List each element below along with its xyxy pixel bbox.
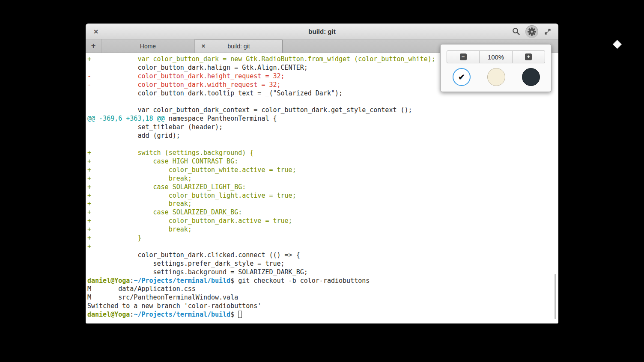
terminal-window: ✕ build: git [86, 24, 558, 324]
terminal-line: + break; [87, 226, 558, 234]
theme-high-contrast-button[interactable]: ✔ [453, 68, 471, 86]
terminal-line: M src/PantheonTerminalWindow.vala [87, 294, 558, 302]
new-tab-button[interactable]: + [86, 39, 101, 53]
check-icon: ✔ [458, 72, 465, 82]
search-icon [512, 27, 520, 36]
terminal-line: set_titlebar (header); [87, 123, 558, 132]
terminal-line: + color_button_dark.active = true; [87, 217, 558, 226]
terminal-line: + break; [87, 200, 558, 208]
gear-icon [527, 27, 537, 36]
terminal-line: + case HIGH_CONTRAST_BG: [87, 157, 558, 166]
terminal-line: settings.background = SOLARIZED_DARK_BG; [87, 268, 558, 277]
zoom-level-label: 100% [488, 53, 504, 61]
terminal-line: add (grid); [87, 132, 558, 140]
tab-home-label: Home [140, 43, 156, 50]
terminal-line: daniel@Yoga:~/Projects/terminal/build$ g… [87, 277, 558, 285]
scrollbar-thumb[interactable] [555, 274, 556, 319]
terminal-line: + color_button_white.active = true; [87, 166, 558, 175]
terminal-line: M data/Application.css [87, 285, 558, 294]
tab-close-icon[interactable]: ✕ [200, 40, 207, 53]
theme-solarized-dark-button[interactable] [522, 68, 540, 86]
terminal-line: + switch (settings.background) { [87, 149, 558, 157]
window-close-button[interactable]: ✕ [91, 24, 101, 39]
terminal-line: color_button_dark.clicked.connect (() =>… [87, 251, 558, 260]
terminal-line: + case SOLARIZED_DARK_BG: [87, 208, 558, 217]
zoom-in-icon: + [525, 53, 532, 60]
terminal-line: var color_button_dark_context = color_bu… [87, 106, 558, 115]
terminal-line: Switched to a new branch 'color-radiobut… [87, 302, 558, 311]
window-title: build: git [86, 28, 558, 35]
tab-build-git[interactable]: ✕ build: git [195, 39, 283, 53]
terminal-output[interactable]: + var color_button_dark = new Gtk.RadioB… [86, 53, 558, 323]
terminal-line: + color_button_light.active = true; [87, 192, 558, 200]
tab-home[interactable]: Home [101, 39, 195, 53]
settings-button[interactable] [525, 25, 538, 38]
theme-selector: ✔ [453, 68, 540, 86]
terminal-line [87, 98, 558, 107]
terminal-line: + [87, 243, 558, 251]
popover-arrow [613, 40, 622, 49]
zoom-out-button[interactable]: − [447, 51, 479, 63]
terminal-line: + } [87, 234, 558, 243]
terminal-line: + break; [87, 175, 558, 183]
terminal-line: settings.prefer_dark_style = true; [87, 260, 558, 268]
zoom-level[interactable]: 100% [479, 51, 512, 63]
tab-build-git-label: build: git [227, 43, 250, 50]
terminal-line [87, 140, 558, 149]
zoom-out-icon: − [460, 53, 467, 60]
header-bar: ✕ build: git [86, 24, 558, 39]
terminal-line: + case SOLARIZED_LIGHT_BG: [87, 183, 558, 192]
terminal-line: @@ -369,6 +363,18 @@ namespace PantheonT… [87, 115, 558, 123]
terminal-line: daniel@Yoga:~/Projects/terminal/build$ [87, 311, 558, 319]
expand-icon [544, 28, 552, 36]
fullscreen-button[interactable] [541, 25, 554, 38]
zoom-control: − 100% + [447, 50, 545, 63]
zoom-in-button[interactable]: + [512, 51, 545, 63]
settings-popover: − 100% + ✔ [440, 44, 552, 92]
search-button[interactable] [510, 25, 522, 38]
theme-solarized-light-button[interactable] [487, 68, 505, 86]
terminal-cursor [238, 311, 242, 318]
